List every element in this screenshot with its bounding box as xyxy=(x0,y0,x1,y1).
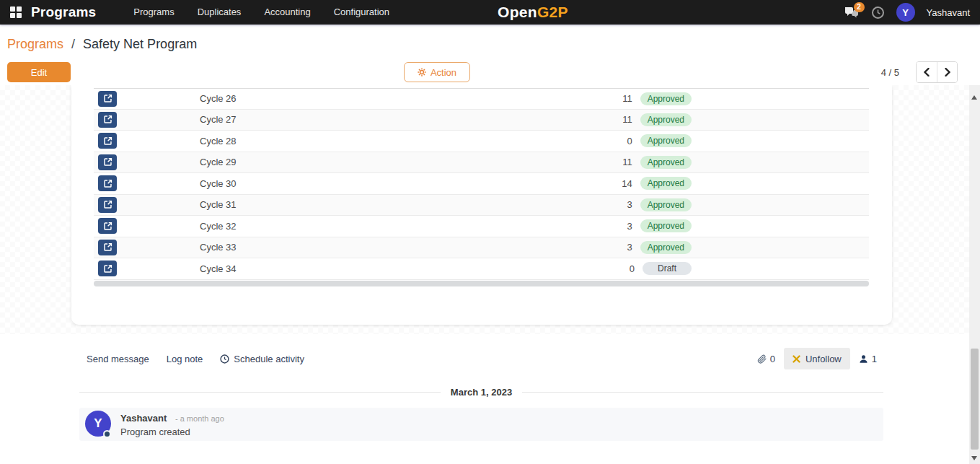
external-link-icon xyxy=(103,179,112,188)
open-cycle-button[interactable] xyxy=(98,261,117,276)
message-header: Yashavant - a month ago xyxy=(120,413,224,424)
user-avatar[interactable]: Y xyxy=(896,3,915,22)
log-note-button[interactable]: Log note xyxy=(167,354,203,364)
external-link-icon xyxy=(103,200,112,209)
messages-icon[interactable]: 2 xyxy=(844,5,860,19)
attachments-button[interactable]: 0 xyxy=(757,354,775,364)
action-button-label: Action xyxy=(431,67,456,78)
unfollow-button[interactable]: Unfollow xyxy=(784,348,850,369)
date-separator: March 1, 2023 xyxy=(79,387,883,398)
form-sheet: Cycle 26 11 Approved Cycle 27 11 Approve… xyxy=(71,85,892,325)
status-badge: Approved xyxy=(640,92,692,105)
cycle-row[interactable]: Cycle 29 11 Approved xyxy=(94,152,869,174)
cycle-count: 14 xyxy=(589,178,632,189)
followers-button[interactable]: 1 xyxy=(859,354,877,364)
cycle-name: Cycle 27 xyxy=(200,114,237,125)
open-cycle-button[interactable] xyxy=(98,154,117,170)
open-cycle-button[interactable] xyxy=(98,218,117,234)
cycle-row[interactable]: Cycle 31 3 Approved xyxy=(94,195,869,216)
chatter-toolbar: Send message Log note Schedule activity … xyxy=(87,348,877,369)
open-cycle-button[interactable] xyxy=(98,133,117,149)
cycle-name: Cycle 32 xyxy=(200,221,237,232)
unfollow-label: Unfollow xyxy=(805,354,842,364)
status-badge: Approved xyxy=(640,219,692,232)
vertical-scrollbar[interactable] xyxy=(969,85,980,464)
chatter-toolbar-right: 0 Unfollow 1 xyxy=(757,348,877,369)
cycle-row[interactable]: Cycle 33 3 Approved xyxy=(94,237,869,259)
status-badge: Approved xyxy=(640,177,692,190)
cycle-name: Cycle 28 xyxy=(200,136,237,146)
pager-nav xyxy=(916,61,958,83)
breadcrumb-current: Safety Net Program xyxy=(83,37,197,51)
external-link-icon xyxy=(103,157,112,167)
chevron-right-icon xyxy=(944,68,951,76)
cycle-name: Cycle 26 xyxy=(200,93,237,104)
open-cycle-button[interactable] xyxy=(98,112,117,128)
cycle-row[interactable]: Cycle 28 0 Approved xyxy=(94,131,869,152)
navbar-right: 2 Y Yashavant xyxy=(844,0,970,25)
attachment-count: 0 xyxy=(770,354,775,364)
breadcrumb-separator: / xyxy=(71,37,75,51)
date-separator-label: March 1, 2023 xyxy=(451,387,512,398)
breadcrumb-programs-link[interactable]: Programs xyxy=(7,37,63,51)
schedule-activity-button[interactable]: Schedule activity xyxy=(220,354,304,364)
activities-clock-icon[interactable] xyxy=(871,6,885,19)
pager-counter: 4 / 5 xyxy=(881,67,899,78)
cycle-name: Cycle 34 xyxy=(200,263,237,274)
open-cycle-button[interactable] xyxy=(98,91,117,107)
cycles-table: Cycle 26 11 Approved Cycle 27 11 Approve… xyxy=(94,88,869,280)
page: Programs Programs Duplicates Accounting … xyxy=(0,0,980,464)
x-icon xyxy=(793,355,800,363)
person-icon xyxy=(859,354,868,364)
cycle-count: 11 xyxy=(589,157,632,167)
message-timestamp: - a month ago xyxy=(175,414,224,423)
cycle-row[interactable]: Cycle 26 11 Approved xyxy=(94,88,869,110)
open-cycle-button[interactable] xyxy=(98,240,117,255)
action-button[interactable]: Action xyxy=(404,62,470,82)
open-cycle-button[interactable] xyxy=(98,175,117,191)
edit-button[interactable]: Edit xyxy=(7,62,71,82)
external-link-icon xyxy=(103,222,112,231)
cycle-count: 3 xyxy=(589,221,632,232)
cycle-name: Cycle 33 xyxy=(200,242,237,253)
menu-item-configuration[interactable]: Configuration xyxy=(322,0,401,25)
menu-item-programs[interactable]: Programs xyxy=(122,0,185,25)
external-link-icon xyxy=(103,115,112,124)
cycle-count: 11 xyxy=(589,93,632,104)
chatter: Send message Log note Schedule activity … xyxy=(0,334,969,464)
scroll-down-arrow-icon[interactable] xyxy=(971,456,977,460)
message-item[interactable]: Y Yashavant - a month ago Program create… xyxy=(79,408,883,441)
cycle-count: 11 xyxy=(589,114,632,125)
breadcrumb: Programs / Safety Net Program xyxy=(7,37,197,52)
message-author[interactable]: Yashavant xyxy=(120,413,167,424)
cycle-row[interactable]: Cycle 32 3 Approved xyxy=(94,216,869,237)
messages-count-badge: 2 xyxy=(854,2,865,12)
cycle-row[interactable]: Cycle 27 11 Approved xyxy=(94,110,869,131)
openg2p-logo: OpenG2P xyxy=(498,0,568,25)
pager-previous-button[interactable] xyxy=(917,62,937,82)
menu-item-accounting[interactable]: Accounting xyxy=(252,0,322,25)
status-badge: Approved xyxy=(640,156,692,169)
app-name[interactable]: Programs xyxy=(31,4,96,20)
schedule-activity-label: Schedule activity xyxy=(234,354,304,364)
apps-grid-icon[interactable] xyxy=(10,6,22,18)
cycle-count: 0 xyxy=(591,263,635,274)
follower-count: 1 xyxy=(872,354,877,364)
logo-open-text: Open xyxy=(498,4,537,20)
horizontal-scrollbar[interactable] xyxy=(94,281,869,286)
cycle-name: Cycle 30 xyxy=(200,178,237,189)
cycle-row[interactable]: Cycle 30 14 Approved xyxy=(94,173,869,195)
open-cycle-button[interactable] xyxy=(98,197,117,213)
cycle-row[interactable]: Cycle 34 0 Draft xyxy=(94,258,869,280)
scroll-up-arrow-icon[interactable] xyxy=(971,95,977,100)
pager-next-button[interactable] xyxy=(937,62,957,82)
online-status-dot xyxy=(103,430,111,438)
cycle-name: Cycle 31 xyxy=(200,199,237,210)
top-navbar: Programs Programs Duplicates Accounting … xyxy=(0,0,980,25)
scrollbar-thumb[interactable] xyxy=(971,349,979,450)
user-name[interactable]: Yashavant xyxy=(927,7,970,18)
send-message-button[interactable]: Send message xyxy=(87,354,149,364)
paperclip-icon xyxy=(757,354,767,364)
menu-item-duplicates[interactable]: Duplicates xyxy=(186,0,253,25)
status-badge: Approved xyxy=(640,113,692,126)
